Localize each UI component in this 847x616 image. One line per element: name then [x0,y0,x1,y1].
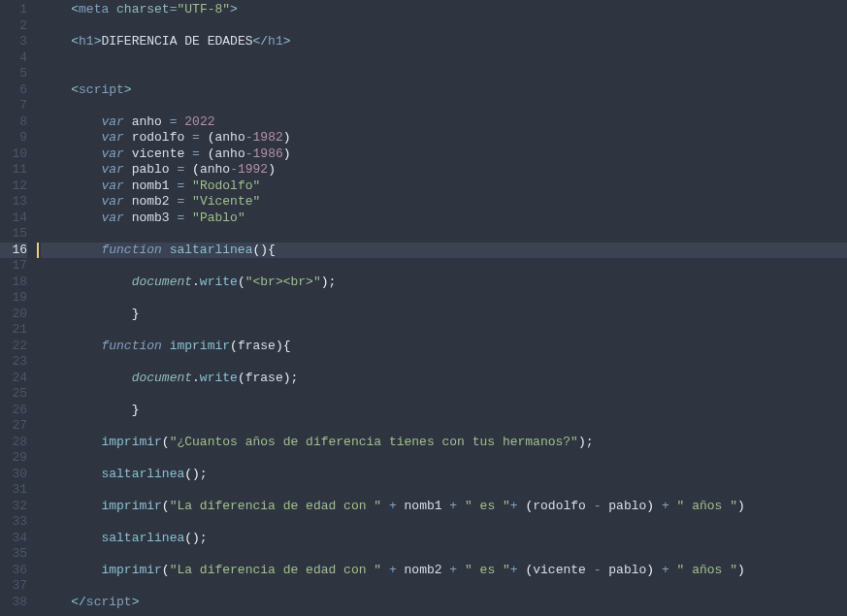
code-line[interactable] [41,66,847,82]
code-line[interactable] [41,418,847,435]
line-number[interactable]: 19 [0,290,27,307]
line-number[interactable]: 2 [0,18,27,35]
line-number[interactable]: 34 [0,531,27,547]
token-attr: charset [116,2,170,16]
token-punct: < [71,34,79,49]
line-number[interactable]: 18 [0,275,27,291]
line-number[interactable]: 30 [0,467,27,483]
token-num: 2022 [184,114,214,129]
code-line[interactable]: <script> [41,82,847,99]
line-number[interactable]: 32 [0,499,27,515]
code-line[interactable] [41,290,847,307]
line-number[interactable]: 16 [0,243,27,259]
code-line[interactable]: saltarlinea(); [41,467,847,483]
code-line[interactable] [41,322,847,339]
code-line[interactable] [41,482,847,499]
token-plain [41,339,101,353]
line-number[interactable]: 25 [0,386,27,403]
token-plain [162,114,170,129]
code-line[interactable]: </script> [41,595,847,611]
line-number[interactable]: 24 [0,371,27,387]
code-line[interactable] [41,18,847,35]
code-editor[interactable]: 1234567891011121314151617181920212223242… [0,0,847,616]
token-ikw: function [101,339,161,353]
code-line[interactable]: function imprimir(frase){ [41,339,847,355]
code-line[interactable]: imprimir("La diferencia de edad con " + … [41,563,847,579]
code-line[interactable]: saltarlinea(); [41,531,847,547]
code-line[interactable]: <meta charset="UTF-8"> [41,2,847,18]
line-number[interactable]: 38 [0,595,27,611]
token-plain: ; [291,371,299,385]
line-number[interactable]: 15 [0,226,27,243]
line-number[interactable]: 11 [0,162,27,178]
token-plain: DIFERENCIA DE EDADES [101,34,252,49]
line-number[interactable]: 1 [0,2,27,18]
token-func: imprimir [101,563,161,577]
token-paren: ) [737,499,745,513]
token-plain [162,243,170,257]
code-line[interactable] [41,578,847,595]
code-area[interactable]: <meta charset="UTF-8"> <h1>DIFERENCIA DE… [37,0,847,616]
token-var: nomb3 [132,211,170,225]
code-line[interactable]: } [41,307,847,323]
token-paren: ( [208,130,215,145]
code-line[interactable] [41,258,847,275]
token-plain [41,2,71,16]
code-line[interactable]: imprimir("¿Cuantos años de diferencia ti… [41,435,847,451]
code-line[interactable] [41,50,847,67]
line-number[interactable]: 8 [0,114,27,131]
code-line[interactable]: var nomb2 = "Vicente" [41,194,847,211]
line-number[interactable]: 5 [0,66,27,82]
line-number[interactable]: 21 [0,322,27,339]
line-number-gutter[interactable]: 1234567891011121314151617181920212223242… [0,0,37,616]
line-number[interactable]: 28 [0,435,27,451]
code-line[interactable]: var nomb3 = "Pablo" [41,211,847,227]
line-number[interactable]: 35 [0,546,27,563]
code-line[interactable]: } [41,403,847,419]
token-func: saltarlinea [170,243,253,257]
token-brace: { [283,339,291,353]
line-number[interactable]: 26 [0,403,27,419]
code-line[interactable]: imprimir("La diferencia de edad con " + … [41,499,847,515]
code-line[interactable] [41,386,847,403]
code-line[interactable]: document.write(frase); [41,371,847,387]
line-number[interactable]: 37 [0,578,27,595]
line-number[interactable]: 33 [0,514,27,531]
token-paren: ( [162,435,170,449]
code-line[interactable]: var vicente = (anho-1986) [41,146,847,163]
code-line[interactable]: <h1>DIFERENCIA DE EDADES</h1> [41,34,847,50]
line-number[interactable]: 27 [0,418,27,435]
code-line[interactable] [41,450,847,467]
line-number[interactable]: 22 [0,339,27,355]
code-line[interactable]: function saltarlinea(){ [41,243,847,259]
line-number[interactable]: 23 [0,354,27,371]
line-number[interactable]: 3 [0,34,27,50]
line-number[interactable]: 12 [0,178,27,195]
line-number[interactable]: 36 [0,563,27,579]
line-number[interactable]: 14 [0,211,27,227]
line-number[interactable]: 31 [0,482,27,499]
code-line[interactable]: var anho = 2022 [41,114,847,131]
code-line[interactable] [41,226,847,243]
line-number[interactable]: 17 [0,258,27,275]
token-paren: ( [230,339,238,353]
line-number[interactable]: 29 [0,450,27,467]
line-number[interactable]: 4 [0,50,27,67]
code-line[interactable] [41,546,847,563]
line-number[interactable]: 6 [0,82,27,99]
line-number[interactable]: 20 [0,307,27,323]
token-plain [41,595,71,609]
line-number[interactable]: 7 [0,98,27,114]
line-number[interactable]: 13 [0,194,27,211]
code-line[interactable]: document.write("<br><br>"); [41,275,847,291]
code-line[interactable] [41,354,847,371]
code-line[interactable]: var rodolfo = (anho-1982) [41,130,847,146]
token-paren: ( [238,371,245,385]
code-line[interactable] [41,514,847,531]
code-line[interactable] [41,98,847,114]
code-line[interactable]: var nomb1 = "Rodolfo" [41,178,847,195]
token-punct: > [283,34,291,49]
code-line[interactable]: var pablo = (anho-1992) [41,162,847,178]
line-number[interactable]: 9 [0,130,27,146]
line-number[interactable]: 10 [0,146,27,163]
